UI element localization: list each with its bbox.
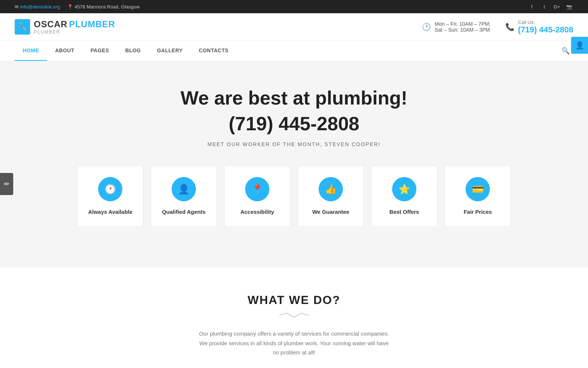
topbar-right: f t G+ 📷 xyxy=(528,3,573,11)
hero-subtitle: MEET OUR WORKER OF THE MONTH, STEVEN COO… xyxy=(15,141,573,147)
email-icon: ✉ xyxy=(15,4,19,10)
header: 🔧 OSCAR PLUMBER Plumber 🕐 Mon – Fri: 10A… xyxy=(0,13,588,41)
phone-number[interactable]: (719) 445-2808 xyxy=(518,25,573,35)
address-text: 4578 Marmora Road, Glasgow xyxy=(75,4,140,10)
phone-text: Call Us: (719) 445-2808 xyxy=(518,20,573,35)
feature-card-always-available[interactable]: 🕐 Always Available xyxy=(77,166,143,227)
header-right: 🕐 Mon – Fri: 10AM – 7PM; Sat – Sun: 10AM… xyxy=(422,20,573,35)
logo-oscar: OSCAR xyxy=(34,19,68,29)
thumbsup-icon: 👍 xyxy=(319,177,343,201)
feature-card-fair-prices[interactable]: 💳 Fair Prices xyxy=(445,166,511,227)
hero-title: We are best at plumbing! xyxy=(15,87,573,109)
header-phone: 📞 Call Us: (719) 445-2808 xyxy=(505,20,573,35)
feature-card-best-offers[interactable]: ⭐ Best Offers xyxy=(371,166,437,227)
nav-about[interactable]: ABOUT xyxy=(47,41,82,61)
sidebar-edit-button[interactable]: ✏ xyxy=(0,173,13,195)
navigation: HOME ABOUT PAGES BLOG GALLERY CONTACTS 🔍 xyxy=(0,41,588,61)
hours-text: Mon – Fri: 10AM – 7PM; Sat – Sun: 10AM –… xyxy=(435,21,491,33)
logo-text: OSCAR PLUMBER Plumber xyxy=(34,19,115,35)
google-icon[interactable]: G+ xyxy=(553,3,561,11)
feature-label: We Guarantee xyxy=(305,208,356,216)
email-link[interactable]: info@demolink.org xyxy=(20,4,60,10)
instagram-icon[interactable]: 📷 xyxy=(565,3,573,11)
hours-line1: Mon – Fri: 10AM – 7PM; xyxy=(435,21,491,27)
logo-plumber: PLUMBER xyxy=(69,19,115,29)
star-icon: ⭐ xyxy=(392,177,416,201)
feature-label: Always Available xyxy=(85,208,136,216)
logo[interactable]: 🔧 OSCAR PLUMBER Plumber xyxy=(15,19,115,35)
feature-card-accessibility[interactable]: 📍 Accessibility xyxy=(224,166,290,227)
nav-home[interactable]: HOME xyxy=(15,41,47,61)
header-hours: 🕐 Mon – Fri: 10AM – 7PM; Sat – Sun: 10AM… xyxy=(422,21,491,33)
feature-label: Qualified Agents xyxy=(158,208,209,216)
nav-contacts[interactable]: CONTACTS xyxy=(191,41,237,61)
float-user-button[interactable]: 👤 xyxy=(571,37,588,54)
section-title: WHAT WE DO? xyxy=(15,293,573,307)
hours-line2: Sat – Sun: 10AM – 3PM xyxy=(435,27,491,33)
clock-icon: 🕐 xyxy=(98,177,122,201)
logo-name: OSCAR PLUMBER xyxy=(34,19,115,29)
what-we-do-section: WHAT WE DO? Our plumbing company offers … xyxy=(0,268,588,368)
feature-label: Fair Prices xyxy=(452,208,503,216)
call-us-label: Call Us: xyxy=(518,20,573,25)
features-list: 🕐 Always Available 👤 Qualified Agents 📍 … xyxy=(15,166,573,249)
section-divider xyxy=(15,312,573,319)
facebook-icon[interactable]: f xyxy=(528,3,536,11)
address-contact: 📍 4578 Marmora Road, Glasgow xyxy=(67,4,140,10)
feature-label: Best Offers xyxy=(379,208,430,216)
pin-icon: 📍 xyxy=(245,177,269,201)
clock-icon: 🕐 xyxy=(422,22,431,31)
nav-pages[interactable]: PAGES xyxy=(82,41,117,61)
feature-label: Accessibility xyxy=(232,208,283,216)
hero-phone[interactable]: (719) 445-2808 xyxy=(15,113,573,135)
topbar-left: ✉ info@demolink.org 📍 4578 Marmora Road,… xyxy=(15,4,140,10)
topbar: ✉ info@demolink.org 📍 4578 Marmora Road,… xyxy=(0,0,588,13)
logo-sub: Plumber xyxy=(34,29,115,35)
nav-blog[interactable]: BLOG xyxy=(117,41,149,61)
nav-gallery[interactable]: GALLERY xyxy=(149,41,191,61)
hero-section: We are best at plumbing! (719) 445-2808 … xyxy=(0,61,588,268)
logo-icon: 🔧 xyxy=(15,19,30,35)
phone-icon: 📞 xyxy=(505,22,514,31)
nav-links: HOME ABOUT PAGES BLOG GALLERY CONTACTS xyxy=(15,41,237,61)
feature-card-qualified-agents[interactable]: 👤 Qualified Agents xyxy=(151,166,217,227)
location-icon: 📍 xyxy=(67,4,73,10)
feature-card-we-guarantee[interactable]: 👍 We Guarantee xyxy=(298,166,364,227)
user-icon: 👤 xyxy=(172,177,196,201)
twitter-icon[interactable]: t xyxy=(540,3,548,11)
payment-icon: 💳 xyxy=(466,177,490,201)
email-contact[interactable]: ✉ info@demolink.org xyxy=(15,4,60,10)
section-description: Our plumbing company offers a variety of… xyxy=(198,329,390,357)
